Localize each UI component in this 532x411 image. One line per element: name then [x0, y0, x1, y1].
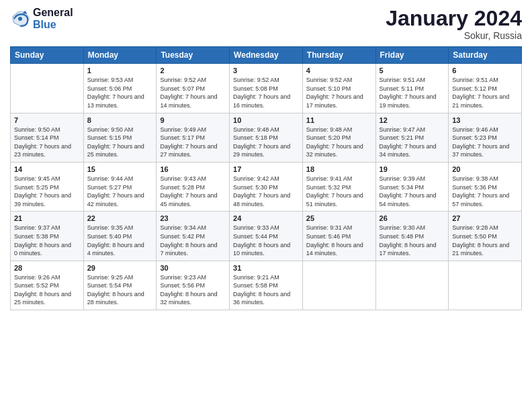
logo: General Blue: [10, 7, 73, 31]
day-number: 19: [380, 165, 445, 173]
sunrise-info: Sunrise: 9:47 AM: [380, 126, 426, 133]
sunset-info: Sunset: 5:10 PM: [306, 85, 351, 92]
daylight-label: Daylight: 7 hours and: [380, 192, 437, 199]
daylight-label: Daylight: 8 hours and: [233, 242, 290, 248]
sunrise-info: Sunrise: 9:30 AM: [380, 224, 426, 231]
day-number: 11: [306, 116, 372, 124]
daylight-minutes: 32 minutes.: [160, 299, 191, 306]
day-number: 10: [233, 116, 299, 124]
sunset-info: Sunset: 5:15 PM: [87, 134, 132, 141]
sunset-info: Sunset: 5:48 PM: [380, 233, 425, 240]
header: General Blue January 2024 Sokur, Russia: [10, 7, 522, 41]
day-info: Sunrise: 9:51 AMSunset: 5:12 PMDaylight:…: [452, 76, 518, 109]
table-row: 24Sunrise: 9:33 AMSunset: 5:44 PMDayligh…: [230, 212, 303, 261]
daylight-minutes: 54 minutes.: [380, 201, 411, 208]
sunset-info: Sunset: 5:40 PM: [87, 233, 132, 240]
table-row: 11Sunrise: 9:48 AMSunset: 5:20 PMDayligh…: [302, 113, 375, 162]
sunrise-info: Sunrise: 9:51 AM: [452, 77, 498, 83]
col-wednesday: Wednesday: [230, 47, 303, 64]
col-monday: Monday: [83, 47, 157, 64]
daylight-label: Daylight: 7 hours and: [380, 143, 437, 150]
sunrise-info: Sunrise: 9:52 AM: [233, 77, 279, 83]
sunrise-info: Sunrise: 9:41 AM: [306, 175, 353, 182]
day-info: Sunrise: 9:48 AMSunset: 5:20 PMDaylight:…: [306, 126, 372, 159]
day-number: 27: [452, 214, 518, 222]
calendar-week-row: 14Sunrise: 9:45 AMSunset: 5:25 PMDayligh…: [11, 162, 522, 211]
sunset-info: Sunset: 5:27 PM: [87, 184, 132, 191]
day-number: 12: [380, 116, 445, 124]
day-info: Sunrise: 9:45 AMSunset: 5:25 PMDaylight:…: [14, 175, 80, 208]
table-row: 5Sunrise: 9:51 AMSunset: 5:11 PMDaylight…: [375, 64, 449, 113]
sunset-info: Sunset: 5:07 PM: [160, 85, 205, 92]
table-row: 1Sunrise: 9:53 AMSunset: 5:06 PMDaylight…: [83, 64, 157, 113]
day-number: 23: [160, 214, 226, 222]
title-block: January 2024 Sokur, Russia: [386, 7, 522, 41]
sunrise-info: Sunrise: 9:44 AM: [87, 175, 134, 182]
daylight-minutes: 7 minutes.: [160, 250, 188, 257]
sunset-info: Sunset: 5:11 PM: [380, 85, 425, 92]
daylight-minutes: 13 minutes.: [87, 102, 119, 109]
day-info: Sunrise: 9:31 AMSunset: 5:46 PMDaylight:…: [306, 224, 372, 257]
sunrise-info: Sunrise: 9:21 AM: [233, 274, 279, 281]
daylight-minutes: 45 minutes.: [160, 201, 191, 208]
day-info: Sunrise: 9:50 AMSunset: 5:14 PMDaylight:…: [14, 126, 80, 159]
daylight-minutes: 39 minutes.: [14, 201, 46, 208]
daylight-label: Daylight: 8 hours and: [160, 242, 217, 248]
sunset-info: Sunset: 5:32 PM: [306, 184, 351, 191]
sunrise-info: Sunrise: 9:39 AM: [380, 175, 426, 182]
sunset-info: Sunset: 5:56 PM: [160, 282, 205, 289]
sunset-info: Sunset: 5:52 PM: [14, 282, 59, 289]
table-row: 31Sunrise: 9:21 AMSunset: 5:58 PMDayligh…: [230, 261, 303, 310]
sunrise-info: Sunrise: 9:37 AM: [14, 224, 60, 231]
day-info: Sunrise: 9:34 AMSunset: 5:42 PMDaylight:…: [160, 224, 226, 257]
daylight-label: Daylight: 7 hours and: [87, 93, 144, 100]
daylight-label: Daylight: 7 hours and: [160, 143, 217, 150]
table-row: [375, 261, 449, 310]
day-number: 24: [233, 214, 299, 222]
sunrise-info: Sunrise: 9:53 AM: [87, 77, 134, 83]
day-info: Sunrise: 9:53 AMSunset: 5:06 PMDaylight:…: [87, 76, 153, 109]
table-row: 8Sunrise: 9:50 AMSunset: 5:15 PMDaylight…: [83, 113, 157, 162]
daylight-minutes: 37 minutes.: [452, 151, 484, 158]
day-number: 25: [306, 214, 372, 222]
daylight-label: Daylight: 7 hours and: [160, 192, 217, 199]
daylight-label: Daylight: 7 hours and: [306, 143, 363, 150]
sunset-info: Sunset: 5:08 PM: [233, 85, 278, 92]
daylight-minutes: 57 minutes.: [452, 201, 484, 208]
daylight-minutes: 21 minutes.: [452, 250, 484, 257]
table-row: 14Sunrise: 9:45 AMSunset: 5:25 PMDayligh…: [11, 162, 84, 211]
page: General Blue January 2024 Sokur, Russia …: [0, 0, 532, 411]
daylight-minutes: 36 minutes.: [233, 299, 265, 306]
sunset-info: Sunset: 5:28 PM: [160, 184, 205, 191]
daylight-label: Daylight: 7 hours and: [452, 93, 509, 100]
daylight-minutes: 14 minutes.: [306, 250, 338, 257]
daylight-label: Daylight: 7 hours and: [233, 192, 290, 199]
main-title: January 2024: [386, 7, 522, 30]
table-row: 3Sunrise: 9:52 AMSunset: 5:08 PMDaylight…: [230, 64, 303, 113]
daylight-minutes: 10 minutes.: [233, 250, 265, 257]
day-info: Sunrise: 9:52 AMSunset: 5:10 PMDaylight:…: [306, 76, 372, 109]
day-info: Sunrise: 9:41 AMSunset: 5:32 PMDaylight:…: [306, 175, 372, 208]
day-info: Sunrise: 9:52 AMSunset: 5:07 PMDaylight:…: [160, 76, 226, 109]
sunset-info: Sunset: 5:30 PM: [233, 184, 278, 191]
table-row: 30Sunrise: 9:23 AMSunset: 5:56 PMDayligh…: [157, 261, 230, 310]
sunset-info: Sunset: 5:42 PM: [160, 233, 205, 240]
daylight-minutes: 21 minutes.: [452, 102, 484, 109]
sunset-info: Sunset: 5:21 PM: [380, 134, 425, 141]
table-row: 18Sunrise: 9:41 AMSunset: 5:32 PMDayligh…: [302, 162, 375, 211]
day-info: Sunrise: 9:21 AMSunset: 5:58 PMDaylight:…: [233, 273, 299, 307]
calendar-week-row: 1Sunrise: 9:53 AMSunset: 5:06 PMDaylight…: [11, 64, 522, 113]
day-number: 18: [306, 165, 372, 173]
day-number: 16: [160, 165, 226, 173]
day-number: 14: [14, 165, 80, 173]
col-tuesday: Tuesday: [157, 47, 230, 64]
day-info: Sunrise: 9:42 AMSunset: 5:30 PMDaylight:…: [233, 175, 299, 208]
daylight-minutes: 51 minutes.: [306, 201, 338, 208]
daylight-label: Daylight: 8 hours and: [452, 242, 509, 248]
sunset-info: Sunset: 5:58 PM: [233, 282, 278, 289]
sunset-info: Sunset: 5:06 PM: [87, 85, 132, 92]
table-row: 22Sunrise: 9:35 AMSunset: 5:40 PMDayligh…: [83, 212, 157, 261]
table-row: 26Sunrise: 9:30 AMSunset: 5:48 PMDayligh…: [375, 212, 449, 261]
subtitle: Sokur, Russia: [386, 30, 522, 41]
table-row: 13Sunrise: 9:46 AMSunset: 5:23 PMDayligh…: [449, 113, 522, 162]
